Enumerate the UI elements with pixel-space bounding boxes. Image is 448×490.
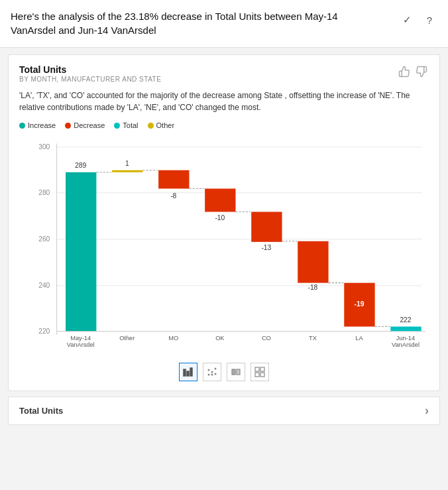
svg-text:222: 222 — [400, 316, 411, 324]
help-icon[interactable]: ? — [421, 12, 437, 28]
legend-label-total: Total — [123, 121, 138, 129]
svg-point-40 — [208, 369, 210, 371]
bottom-card-title: Total Units — [19, 406, 63, 416]
svg-rect-46 — [232, 369, 235, 375]
svg-rect-39 — [190, 368, 192, 376]
bar-tx[interactable] — [298, 241, 328, 283]
main-content: Total Units BY MONTH, MANUFACTURER AND S… — [0, 48, 448, 490]
analysis-card: Total Units BY MONTH, MANUFACTURER AND S… — [8, 54, 440, 391]
svg-text:OK: OK — [215, 335, 225, 341]
toolbar-icon-dots[interactable] — [203, 363, 221, 381]
legend-item-total: Total — [114, 121, 138, 129]
waterfall-chart: 300 280 260 240 220 — [19, 133, 429, 359]
svg-text:-18: -18 — [308, 284, 317, 291]
card-description: 'LA', 'TX', and 'CO' accounted for the m… — [19, 90, 429, 113]
svg-point-44 — [211, 374, 213, 376]
svg-text:-19: -19 — [355, 300, 364, 308]
svg-text:289: 289 — [75, 162, 86, 169]
svg-rect-48 — [255, 367, 259, 371]
svg-rect-49 — [260, 367, 264, 371]
bar-jun14[interactable] — [390, 327, 421, 332]
svg-text:Jun-14: Jun-14 — [396, 335, 415, 341]
svg-text:Other: Other — [119, 335, 135, 341]
legend-dot-total — [114, 123, 120, 129]
card-subtitle: BY MONTH, MANUFACTURER AND STATE — [19, 76, 161, 83]
svg-text:VanArsdel: VanArsdel — [67, 341, 95, 348]
header: Here's the analysis of the 23.18% decrea… — [0, 0, 448, 48]
check-icon[interactable]: ✓ — [399, 12, 415, 28]
card-feedback-icons — [397, 64, 429, 79]
svg-rect-47 — [237, 369, 240, 375]
bar-mo[interactable] — [158, 170, 189, 189]
legend-label-other: Other — [156, 121, 175, 129]
svg-text:CO: CO — [262, 335, 271, 341]
svg-text:300: 300 — [38, 143, 50, 151]
header-icons: ✓ ? — [399, 9, 437, 28]
legend-item-decrease: Decrease — [65, 121, 105, 129]
bar-ok[interactable] — [205, 188, 235, 212]
svg-text:May-14: May-14 — [70, 335, 91, 341]
svg-text:260: 260 — [38, 235, 50, 243]
bar-may14[interactable] — [66, 172, 96, 332]
svg-text:280: 280 — [38, 189, 50, 196]
legend-item-increase: Increase — [19, 121, 56, 129]
bottom-card[interactable]: Total Units › — [8, 397, 440, 425]
legend-dot-increase — [19, 123, 25, 129]
thumbdown-icon[interactable] — [414, 64, 429, 79]
svg-rect-38 — [187, 371, 189, 376]
svg-text:-8: -8 — [170, 192, 176, 200]
svg-rect-50 — [255, 373, 259, 377]
chart-area: 300 280 260 240 220 — [19, 133, 429, 359]
chart-legend: Increase Decrease Total Other — [19, 121, 429, 129]
svg-point-43 — [208, 374, 210, 376]
legend-dot-decrease — [65, 123, 71, 129]
legend-dot-other — [148, 123, 154, 129]
bar-other[interactable] — [112, 170, 142, 172]
thumbup-icon[interactable] — [397, 64, 412, 79]
svg-text:TX: TX — [309, 335, 317, 341]
card-title-block: Total Units BY MONTH, MANUFACTURER AND S… — [19, 64, 161, 83]
bar-co[interactable] — [251, 212, 282, 242]
svg-point-42 — [215, 368, 217, 370]
card-header: Total Units BY MONTH, MANUFACTURER AND S… — [19, 64, 429, 83]
svg-rect-51 — [260, 373, 264, 377]
legend-label-increase: Increase — [28, 121, 56, 129]
toolbar-icon-bar[interactable] — [179, 363, 197, 381]
svg-point-45 — [215, 373, 217, 375]
svg-text:-10: -10 — [215, 214, 225, 221]
svg-text:LA: LA — [355, 335, 363, 341]
toolbar-icon-grid[interactable] — [251, 363, 269, 381]
chart-toolbar — [19, 363, 429, 384]
legend-item-other: Other — [148, 121, 175, 129]
card-title: Total Units — [19, 64, 161, 75]
chevron-right-icon: › — [425, 404, 429, 418]
header-title: Here's the analysis of the 23.18% decrea… — [11, 9, 355, 37]
legend-label-decrease: Decrease — [74, 121, 105, 129]
svg-text:240: 240 — [38, 282, 50, 289]
svg-point-41 — [211, 371, 213, 373]
svg-rect-37 — [184, 369, 186, 376]
svg-text:1: 1 — [125, 160, 129, 167]
toolbar-icon-stacked[interactable] — [227, 363, 245, 381]
svg-text:VanArsdel: VanArsdel — [392, 341, 420, 348]
svg-text:-13: -13 — [261, 244, 271, 251]
svg-text:220: 220 — [38, 328, 50, 335]
svg-text:MO: MO — [168, 335, 178, 341]
